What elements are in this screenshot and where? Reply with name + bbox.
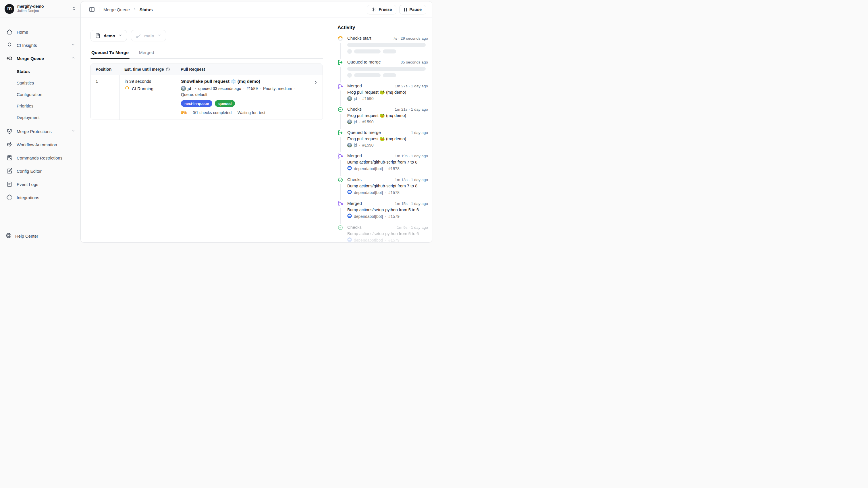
chevron-down-icon [118, 33, 122, 38]
queue-tabs: Queued To Merge Merged [91, 50, 323, 59]
pr-author[interactable]: jd [181, 86, 196, 91]
event-author: jd [354, 96, 357, 101]
git-branch-icon [135, 33, 141, 38]
event-time: 7s · 29 seconds ago [393, 36, 428, 40]
activity-panel: Activity Checks start7s · 29 seconds ago… [331, 18, 432, 242]
header-divider [99, 7, 99, 12]
event-pr-number[interactable]: #1579 [388, 238, 400, 242]
org-name: mergify-demo [17, 4, 69, 9]
pr-number[interactable]: #1589 [246, 86, 261, 91]
event-pr-number[interactable]: #1578 [388, 190, 400, 195]
event-pr-number[interactable]: #1579 [388, 214, 400, 219]
queue-content: demo main Queued To Merge Merged Po [81, 18, 331, 242]
column-header-eta: Est. time until merge [124, 67, 164, 71]
pause-button[interactable]: Pause [399, 5, 426, 15]
event-time: 1m 13s · 1 day ago [395, 178, 428, 182]
event-label: Checks start [347, 36, 371, 40]
help-circle-icon[interactable] [166, 67, 170, 71]
breadcrumb-merge-queue[interactable]: Merge Queue [103, 7, 130, 12]
dependabot-icon [347, 213, 352, 219]
tab-queued-to-merge[interactable]: Queued To Merge [91, 50, 129, 58]
pr-title[interactable]: Snowflake pull request ❄️ (mq demo) [181, 79, 310, 84]
event-time: 1m 21s · 1 day ago [395, 107, 428, 112]
sidebar-subitem-statistics[interactable]: Statistics [0, 77, 81, 88]
queue-table: Position Est. time until merge Pull Requ… [91, 63, 323, 120]
sidebar-subitem-configuration[interactable]: Configuration [0, 88, 81, 100]
sidebar-item-commands-restrictions[interactable]: Commands Restrictions [0, 151, 81, 164]
ci-status: CI Running [132, 86, 153, 91]
event-time: 35 seconds ago [401, 60, 428, 64]
skeleton-avatar [347, 73, 352, 78]
help-center-label: Help Center [15, 234, 38, 238]
event-pr-title[interactable]: Bump actions/setup-python from 5 to 6 [347, 231, 428, 236]
jd-avatar [347, 143, 352, 147]
chevron-down-icon [71, 42, 75, 48]
sidebar-item-help-center[interactable]: Help Center [6, 232, 38, 239]
home-icon [6, 29, 13, 35]
freeze-button[interactable]: Freeze [367, 5, 396, 15]
jd-avatar [181, 86, 186, 91]
pause-icon [404, 8, 407, 11]
event-label: Checks [347, 225, 362, 230]
file-text-icon [6, 181, 13, 188]
sidebar-item-integrations[interactable]: Integrations [0, 191, 81, 204]
pencil-square-icon [6, 168, 13, 174]
branch-select[interactable]: main [131, 30, 166, 41]
event-pr-title[interactable]: Bump actions/github-script from 7 to 8 [347, 160, 428, 164]
sidebar-subitem-status[interactable]: Status [0, 65, 81, 77]
skeleton-bar [347, 67, 426, 71]
queued-icon [338, 130, 343, 136]
mergify-logo: m [5, 4, 14, 14]
checks-icon [338, 107, 343, 112]
checks-waiting: Waiting for: test [238, 110, 266, 115]
event-pr-title[interactable]: Frog pull request 🐸 (mq demo) [347, 90, 428, 95]
checks-progress: 0% [181, 110, 187, 115]
event-label: Merged [347, 83, 362, 88]
ci-spinner-icon [125, 86, 129, 91]
event-time: 1m 15s · 1 day ago [395, 201, 428, 206]
label-next-in-queue: next-in-queue [181, 100, 212, 107]
sidebar-item-merge-protections[interactable]: Merge Protections [0, 125, 81, 138]
event-pr-title[interactable]: Frog pull request 🐸 (mq demo) [347, 113, 428, 118]
activity-event-queued: Queued to merge35 seconds ago [338, 59, 428, 83]
org-owner: Julien Danjou [17, 9, 69, 13]
row-expand-chevron-icon[interactable] [313, 80, 318, 86]
sidebar-item-workflow-automation[interactable]: Workflow Automation [0, 138, 81, 151]
activity-event-checks: Checks1m 9s · 1 day agoBump actions/setu… [338, 225, 428, 242]
event-pr-title[interactable]: Bump actions/github-script from 7 to 8 [347, 184, 428, 188]
event-author: jd [354, 143, 357, 147]
breadcrumb-current: Status [140, 7, 153, 12]
event-author: jd [354, 120, 357, 124]
dependabot-icon [347, 166, 352, 171]
queue-row[interactable]: 1 in 39 seconds CI Running Snowflake pul… [91, 75, 322, 120]
sidebar-item-ci-insights[interactable]: CI Insights [0, 38, 81, 52]
repository-select[interactable]: demo [91, 30, 127, 41]
book-marked-icon [95, 33, 100, 38]
org-switcher[interactable]: m mergify-demo Julien Danjou [0, 0, 81, 18]
sidebar-toggle-button[interactable] [89, 6, 95, 12]
event-label: Queued to merge [347, 59, 381, 64]
merged-icon [338, 83, 343, 89]
event-pr-title[interactable]: Bump actions/setup-python from 5 to 6 [347, 207, 428, 212]
dependabot-icon [347, 237, 352, 242]
event-pr-title[interactable]: Frog pull request 🐸 (mq demo) [347, 137, 428, 141]
sidebar-subitem-priorities[interactable]: Priorities [0, 100, 81, 112]
merge-queue-icon [6, 55, 13, 61]
event-author: dependabot[bot] [354, 166, 383, 171]
activity-title: Activity [338, 25, 428, 30]
checks-icon [338, 225, 343, 230]
activity-event-checks: Checks1m 21s · 1 day agoFrog pull reques… [338, 107, 428, 130]
tab-merged[interactable]: Merged [138, 50, 155, 58]
sidebar-item-home[interactable]: Home [0, 25, 81, 38]
event-pr-number[interactable]: #1590 [363, 120, 374, 124]
sidebar-item-merge-queue[interactable]: Merge Queue [0, 52, 81, 65]
event-pr-number[interactable]: #1590 [363, 96, 374, 101]
sidebar-item-event-logs[interactable]: Event Logs [0, 178, 81, 191]
event-pr-number[interactable]: #1578 [388, 166, 400, 171]
activity-event-checks: Checks1m 13s · 1 day agoBump actions/git… [338, 177, 428, 201]
sidebar-subitem-deployment[interactable]: Deployment [0, 112, 81, 123]
event-pr-number[interactable]: #1590 [363, 143, 374, 147]
sidebar-item-config-editor[interactable]: Config Editor [0, 164, 81, 178]
queue-position: 1 [91, 75, 120, 120]
file-lock-icon [6, 154, 13, 161]
